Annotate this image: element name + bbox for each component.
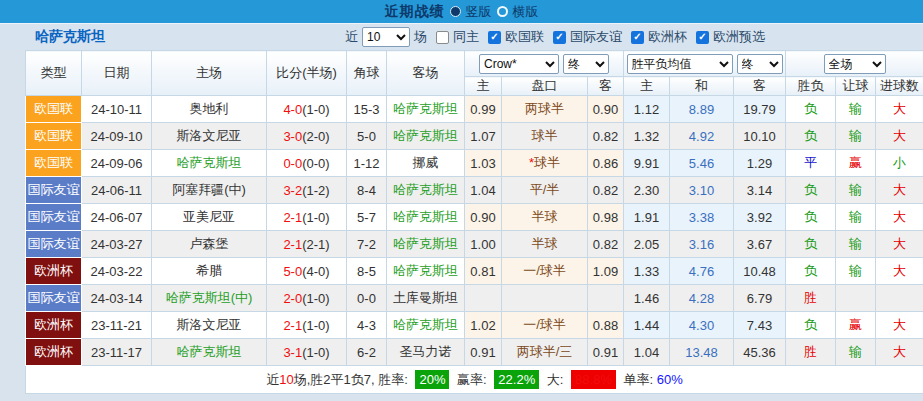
avg-group-header: 胜平负均值 终 (624, 51, 786, 77)
full-time-score: 2-0 (283, 291, 302, 306)
avg-odds-select[interactable]: 胜平负均值 (627, 54, 733, 74)
full-time-score: 2-1 (283, 318, 302, 333)
live-odds-marker: * (529, 155, 534, 170)
home-odds-cell: 1.02 (465, 312, 502, 339)
date-cell: 24-03-27 (82, 231, 152, 258)
same-home-checkbox[interactable] (436, 31, 449, 44)
corners-cell: 5-7 (347, 204, 387, 231)
away-odds-cell: 0.91 (588, 339, 624, 366)
match-row: 欧洲杯24-03-22希腊5-0(4-0)8-5哈萨克斯坦0.81一/球半1.0… (26, 258, 923, 285)
goals-cell: 大 (876, 258, 923, 285)
handicap-cell: *球半 (502, 150, 588, 177)
corners-cell: 1-12 (347, 150, 387, 177)
same-home-label[interactable]: 同主 (453, 28, 479, 46)
friendly-checkbox[interactable]: ✓ (553, 31, 566, 44)
home-team-cell: 阿塞拜疆(中) (152, 177, 267, 204)
friendly-label[interactable]: 国际友谊 (570, 28, 622, 46)
team-name: 哈萨克斯坦 (35, 28, 105, 46)
title-bar: 近期战绩 竖版 横版 (0, 0, 923, 23)
nations-league-checkbox[interactable]: ✓ (488, 31, 501, 44)
away-team-cell: 圣马力诺 (387, 339, 465, 366)
handicap-cell: 两球半 (502, 96, 588, 123)
header-type: 类型 (26, 51, 82, 96)
match-row: 国际友谊24-03-14哈萨克斯坦(中)2-0(1-0)0-0土库曼斯坦1.46… (26, 285, 923, 312)
home-odds-cell: 0.90 (465, 204, 502, 231)
avg-home-cell: 1.12 (624, 96, 670, 123)
recent-count-select[interactable]: 10 (362, 27, 410, 47)
half-time-score: (4-0) (302, 264, 329, 279)
euro-cup-label[interactable]: 欧洲杯 (648, 28, 687, 46)
away-odds-cell: 0.86 (588, 150, 624, 177)
single-label: 单率: (624, 372, 654, 387)
vertical-layout-label[interactable]: 竖版 (466, 3, 492, 21)
avg-home-cell: 1.46 (624, 285, 670, 312)
odds-group-header: Crow* 终 (465, 51, 624, 77)
handicap-result-cell: 输 (836, 177, 876, 204)
matches-label: 场 (414, 28, 427, 46)
half-time-score: (1-0) (302, 291, 329, 306)
date-cell: 24-10-11 (82, 96, 152, 123)
avg-state-select[interactable]: 终 (737, 54, 783, 74)
page-title: 近期战绩 (385, 3, 445, 21)
away-team-cell: 哈萨克斯坦 (387, 123, 465, 150)
avg-draw-cell: 4.28 (670, 285, 734, 312)
win-odds-label: 赢率: (457, 372, 487, 387)
full-time-score: 2-1 (283, 210, 302, 225)
avg-away-cell: 3.92 (734, 204, 786, 231)
home-team-cell: 希腊 (152, 258, 267, 285)
competition-cell: 欧国联 (26, 123, 82, 150)
result-cell: 负 (786, 231, 836, 258)
handicap-result-cell: 输 (836, 258, 876, 285)
handicap-cell: 半球 (502, 204, 588, 231)
result-cell: 胜 (786, 285, 836, 312)
odds-state-select[interactable]: 终 (563, 54, 609, 74)
full-time-score: 4-0 (283, 102, 302, 117)
home-odds-cell: 0.91 (465, 339, 502, 366)
horizontal-layout-label[interactable]: 横版 (513, 3, 539, 21)
date-cell: 24-03-14 (82, 285, 152, 312)
home-team-cell: 哈萨克斯坦(中) (152, 285, 267, 312)
full-time-score: 0-0 (283, 156, 302, 171)
competition-cell: 欧洲杯 (26, 339, 82, 366)
avg-draw-cell: 8.89 (670, 96, 734, 123)
avg-away-cell: 7.43 (734, 312, 786, 339)
date-cell: 23-11-17 (82, 339, 152, 366)
nations-league-label[interactable]: 欧国联 (505, 28, 544, 46)
result-cell: 负 (786, 312, 836, 339)
handicap-result-cell: 输 (836, 204, 876, 231)
away-team-cell: 哈萨克斯坦 (387, 204, 465, 231)
competition-cell: 欧洲杯 (26, 312, 82, 339)
corners-cell: 7-2 (347, 231, 387, 258)
header-away: 客场 (387, 51, 465, 96)
bookmaker-select[interactable]: Crow* (479, 54, 559, 74)
match-row-body: 欧国联24-10-11奥地利4-0(1-0)15-3哈萨克斯坦0.99两球半0.… (26, 96, 923, 366)
half-time-score: (1-0) (302, 318, 329, 333)
score-cell: 2-0(1-0) (267, 285, 347, 312)
half-time-score: (1-0) (302, 345, 329, 360)
match-row: 欧国联24-09-10斯洛文尼亚3-0(2-0)5-0哈萨克斯坦1.07球半0.… (26, 123, 923, 150)
avg-home-cell: 2.30 (624, 177, 670, 204)
big-label: 大: (547, 372, 564, 387)
summary-prefix: 近 (266, 372, 279, 387)
avg-draw-cell: 3.10 (670, 177, 734, 204)
avg-draw-cell: 4.30 (670, 312, 734, 339)
away-team-cell: 土库曼斯坦 (387, 285, 465, 312)
full-time-score: 5-0 (283, 264, 302, 279)
competition-cell: 国际友谊 (26, 204, 82, 231)
avg-home-cell: 1.33 (624, 258, 670, 285)
match-scope-select[interactable]: 全场 (824, 54, 886, 74)
horizontal-layout-radio[interactable] (497, 6, 508, 17)
euro-qualifier-label[interactable]: 欧洲预选 (713, 28, 765, 46)
result-cell: 胜 (786, 339, 836, 366)
corners-cell: 5-0 (347, 123, 387, 150)
euro-qualifier-checkbox[interactable]: ✓ (696, 31, 709, 44)
full-time-score: 2-1 (283, 237, 302, 252)
date-cell: 24-09-06 (82, 150, 152, 177)
header-corners: 角球 (347, 51, 387, 96)
euro-cup-checkbox[interactable]: ✓ (631, 31, 644, 44)
away-odds-cell: 0.98 (588, 204, 624, 231)
recent-results-table: 类型 日期 主场 比分(半场) 角球 客场 Crow* 终 胜 (25, 50, 923, 394)
avg-draw-cell: 13.48 (670, 339, 734, 366)
home-team-cell: 斯洛文尼亚 (152, 312, 267, 339)
vertical-layout-radio[interactable] (450, 6, 461, 17)
